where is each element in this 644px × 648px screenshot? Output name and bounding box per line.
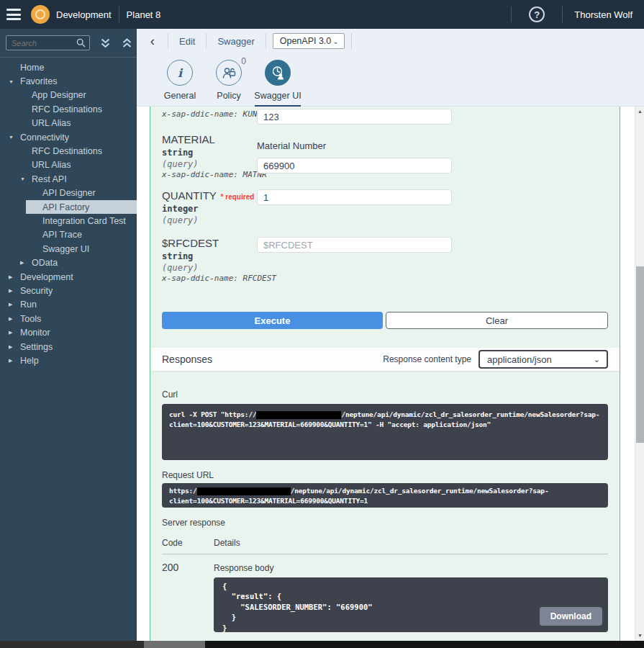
parameter-meta: MATERIALstring(query)x-sap-ddic-name: MA… [162,133,257,179]
response-row: 200 Response body { "result": { "SALESOR… [162,554,608,641]
expand-all-icon[interactable] [99,37,112,49]
tab-general[interactable]: i General [157,53,203,107]
sidebar-item-favorites[interactable]: ▼Favorites [0,74,137,88]
request-url-block: https://neptune/api/dynamic/zcl_dr_sales… [162,483,608,508]
sidebar-item-label: App Designer [32,90,86,100]
chevron-right-icon[interactable]: ▶ [20,260,32,266]
parameters-area: x-sap-ddic-name: KUNNRMATERIALstring(que… [162,107,608,283]
help-icon[interactable]: ? [529,6,545,22]
sidebar-item-api-factory[interactable]: API Factory [0,200,137,214]
topbar-divider [511,6,512,22]
content-header: ‹ Edit Swagger OpenAPI 3.0 ⌄ i General 0 [137,29,644,107]
redacted-host [256,411,341,419]
sidebar-item-label: Security [20,286,53,296]
chevron-right-icon[interactable]: ▶ [9,344,20,350]
response-content-type-label: Response content type [383,354,471,364]
sidebar-item-monitor[interactable]: ▶Monitor [0,325,137,339]
parameter-name: QUANTITY * required [162,189,257,202]
tab-policy[interactable]: 0 Policy [206,53,252,107]
sidebar-item-tools[interactable]: ▶Tools [0,312,137,325]
clear-button[interactable]: Clear [386,312,608,329]
sidebar-item-app-designer[interactable]: App Designer [0,89,137,102]
execute-button[interactable]: Execute [162,312,383,329]
sidebar-item-connectivity[interactable]: ▼Connectivity [0,130,137,144]
openapi-version-select[interactable]: OpenAPI 3.0 ⌄ [273,33,345,49]
sidebar-item-integration-card-test[interactable]: Integration Card Test [0,214,137,228]
vertical-scrollbar[interactable]: ▲ ▼ [635,107,644,641]
response-content-type-select[interactable]: application/json ⌄ [479,350,608,369]
chevron-right-icon[interactable]: ▶ [9,316,20,322]
info-icon: i [167,60,193,86]
swagger-button[interactable]: Swagger [213,36,258,47]
neptune-logo [31,5,50,24]
parameter-location: (query) [162,263,257,273]
edit-button[interactable]: Edit [175,36,199,47]
sidebar-item-rfc-destinations[interactable]: RFC Destinations [0,102,137,116]
parameter-value-input[interactable] [257,237,452,253]
topbar-divider [562,6,563,22]
search-icon[interactable] [76,38,86,48]
chevron-down-icon[interactable]: ▼ [9,135,20,140]
chevron-right-icon[interactable]: ▶ [9,330,20,336]
parameter-row: x-sap-ddic-name: KUNNR [162,107,608,125]
response-body-label: Response body [214,563,608,573]
sidebar-item-home[interactable]: Home [0,60,137,74]
response-body-line: "result": { [222,591,599,601]
parameter-ddic-name: x-sap-ddic-name: RFCDEST [162,274,257,283]
parameter-value-input[interactable] [257,189,452,205]
curl-line-1: curl -X POST "https:///neptune/api/dynam… [169,410,601,420]
toolbar-divider [206,33,207,49]
parameter-ddic-name: x-sap-ddic-name: MATNR [162,170,257,179]
sidebar-item-odata[interactable]: ▶OData [0,256,137,269]
execute-row: Execute Clear [162,312,608,329]
sidebar-item-api-designer[interactable]: API Designer [0,186,137,200]
sidebar-item-settings[interactable]: ▶Settings [0,340,137,354]
search-input[interactable] [6,39,76,48]
status-code: 200 [162,562,214,641]
sidebar-item-url-alias[interactable]: URL Alias [0,117,137,130]
sidebar-item-help[interactable]: ▶Help [0,354,137,367]
request-url-line-2: client=100&CUSTOMER=123&MATERIAL=669900&… [169,496,601,506]
curl-label: Curl [162,390,608,400]
scrollbar-thumb[interactable] [636,266,644,443]
sidebar-item-security[interactable]: ▶Security [0,284,137,297]
tab-swagger-ui[interactable]: Swagger UI [255,53,301,107]
sidebar-item-rfc-destinations[interactable]: RFC Destinations [0,144,137,158]
chevron-down-icon: ⌄ [332,37,338,45]
sidebar-item-label: Settings [20,342,53,352]
parameter-location: (query) [162,215,257,225]
chevron-right-icon[interactable]: ▶ [9,274,20,280]
collapse-all-icon[interactable] [121,37,133,49]
sidebar-item-api-trace[interactable]: API Trace [0,228,137,242]
chevron-right-icon[interactable]: ▶ [9,288,20,294]
chevron-right-icon[interactable]: ▶ [9,302,20,307]
scroll-down-icon[interactable]: ▼ [635,633,644,638]
hamburger-menu-icon[interactable] [6,9,21,20]
sidebar-item-url-alias[interactable]: URL Alias [0,158,137,172]
response-body-line: { [222,581,599,591]
back-button[interactable]: ‹ [144,30,161,52]
parameter-value-input[interactable] [257,158,452,174]
scroll-up-icon[interactable]: ▲ [635,109,644,114]
code-column-header: Code [162,538,214,548]
sidebar-item-label: RFC Destinations [32,104,102,114]
toolbar-divider [266,33,266,49]
sidebar-item-run[interactable]: ▶Run [0,298,137,312]
parameter-row: $RFCDESTstring(query)x-sap-ddic-name: RF… [162,237,608,283]
sidebar-item-development[interactable]: ▶Development [0,270,137,284]
chevron-right-icon[interactable]: ▶ [9,358,20,364]
taskbar-segment [144,641,205,648]
sidebar-item-label: Swagger UI [42,244,89,254]
parameter-value-input[interactable] [257,109,452,125]
sidebar-item-swagger-ui[interactable]: Swagger UI [0,242,137,256]
user-menu[interactable]: Thorsten Wolf [574,9,632,20]
responses-title: Responses [162,354,212,365]
chevron-down-icon[interactable]: ▼ [9,79,20,84]
sidebar-item-label: Tools [20,314,41,324]
app-title: Development [56,9,112,20]
person-lock-icon [216,60,242,86]
chevron-down-icon[interactable]: ▼ [20,176,32,181]
sidebar-item-rest-api[interactable]: ▼Rest API [0,172,137,186]
search-box [6,35,90,50]
download-button[interactable]: Download [540,607,602,626]
